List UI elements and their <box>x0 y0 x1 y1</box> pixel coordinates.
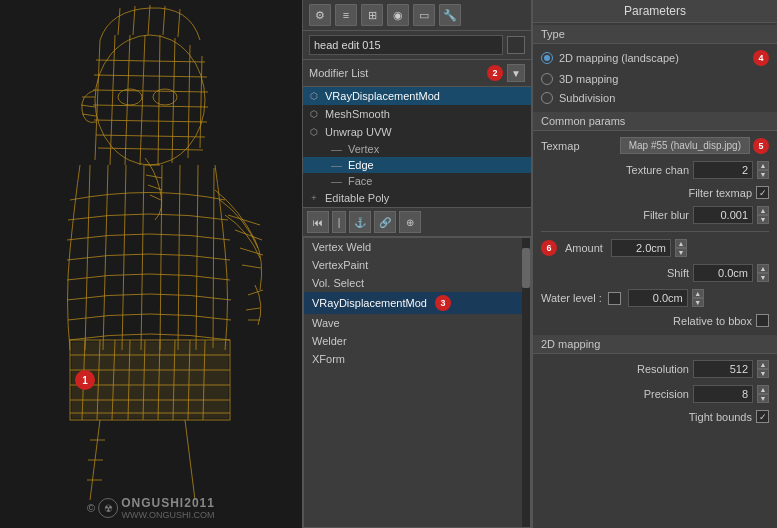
amount-down[interactable]: ▼ <box>675 248 687 257</box>
modifier-unwrap[interactable]: ⬡ Unwrap UVW <box>303 123 531 141</box>
radio-subdiv-dot[interactable] <box>541 92 553 104</box>
amount-up[interactable]: ▲ <box>675 239 687 248</box>
tb-btn-bar[interactable]: | <box>332 211 346 233</box>
modifier-dropdown-list[interactable]: Vertex Weld VertexPaint Vol. Select VRay… <box>303 237 531 528</box>
resolution-input[interactable] <box>693 360 753 378</box>
scrollbar-track <box>522 238 530 527</box>
title-input[interactable] <box>309 35 503 55</box>
drop-vertex-weld[interactable]: Vertex Weld <box>304 238 530 256</box>
texture-chan-up[interactable]: ▲ <box>757 161 769 170</box>
amount-input[interactable] <box>611 239 671 257</box>
texmap-btn-label: Map #55 (havlu_disp.jpg) <box>629 140 741 151</box>
radio-3d-dot[interactable] <box>541 73 553 85</box>
tb-btn-first[interactable]: ⏮ <box>307 211 329 233</box>
water-level-down[interactable]: ▼ <box>692 298 704 307</box>
tight-bounds-checkbox[interactable] <box>756 410 769 423</box>
brand-name: ONGUSHI2011 <box>121 496 215 510</box>
water-level-input[interactable] <box>628 289 688 307</box>
radio-3d-mapping[interactable]: 3D mapping <box>541 71 769 87</box>
amount-label: Amount <box>565 242 603 254</box>
svg-rect-0 <box>0 0 302 528</box>
water-level-up[interactable]: ▲ <box>692 289 704 298</box>
modifier-vray[interactable]: ⬡ VRayDisplacementMod <box>303 87 531 105</box>
tight-bounds-row: Tight bounds <box>541 408 769 425</box>
common-params-body: Texmap Map #55 (havlu_disp.jpg) 5 Textur… <box>533 131 777 333</box>
modifier-edge[interactable]: — Edge <box>303 157 531 173</box>
relative-bbox-row: Relative to bbox <box>541 312 769 329</box>
shift-down[interactable]: ▼ <box>757 273 769 282</box>
water-level-checkbox[interactable] <box>608 292 621 305</box>
modifier-dropdown-btn[interactable]: ▼ <box>507 64 525 82</box>
toolbar-btn-tool[interactable]: 🔧 <box>439 4 461 26</box>
texmap-row: Texmap Map #55 (havlu_disp.jpg) 5 <box>541 135 769 156</box>
meshsmooth-icon: ⬡ <box>307 107 321 121</box>
toolbar-btn-circle[interactable]: ◉ <box>387 4 409 26</box>
amount-spinner: ▲ ▼ <box>675 239 687 257</box>
modifier-editable-poly[interactable]: + Editable Poly <box>303 189 531 207</box>
texture-chan-input[interactable] <box>693 161 753 179</box>
toolbar-btn-settings[interactable]: ⚙ <box>309 4 331 26</box>
resolution-down[interactable]: ▼ <box>757 369 769 378</box>
vertex-dash: — <box>331 143 342 155</box>
drop-welder[interactable]: Welder <box>304 332 530 350</box>
radio-2d-mapping[interactable]: 2D mapping (landscape) 4 <box>541 48 769 68</box>
svg-rect-58 <box>72 342 228 418</box>
tb-btn-add[interactable]: ⊕ <box>399 211 421 233</box>
modifier-meshsmooth[interactable]: ⬡ MeshSmooth <box>303 105 531 123</box>
modifier-vertex-label: Vertex <box>348 143 379 155</box>
toolbar-btn-rect[interactable]: ▭ <box>413 4 435 26</box>
unwrap-icon: ⬡ <box>307 125 321 139</box>
modifier-edge-label: Edge <box>348 159 374 171</box>
tb-btn-link[interactable]: 🔗 <box>374 211 396 233</box>
badge-5: 5 <box>753 138 769 154</box>
toolbar-btn-menu[interactable]: ≡ <box>335 4 357 26</box>
modifier-vertex[interactable]: — Vertex <box>303 141 531 157</box>
filter-blur-input[interactable] <box>693 206 753 224</box>
modifier-editable-poly-label: Editable Poly <box>325 192 389 204</box>
shift-row: Shift ▲ ▼ <box>541 262 769 284</box>
toolbar-btn-grid[interactable]: ⊞ <box>361 4 383 26</box>
shift-up[interactable]: ▲ <box>757 264 769 273</box>
viewport-content: 1 © ☢ ONGUSHI2011 WWW.ONGUSHI.COM <box>0 0 302 528</box>
texture-chan-down[interactable]: ▼ <box>757 170 769 179</box>
radio-subdiv-label: Subdivision <box>559 92 769 104</box>
relative-bbox-checkbox[interactable] <box>756 314 769 327</box>
filter-texmap-label: Filter texmap <box>688 187 752 199</box>
relative-bbox-label: Relative to bbox <box>673 315 752 327</box>
radio-2d-dot[interactable] <box>541 52 553 64</box>
radio-subdivision[interactable]: Subdivision <box>541 90 769 106</box>
top-toolbar: ⚙ ≡ ⊞ ◉ ▭ 🔧 <box>303 0 531 31</box>
filter-texmap-row: Filter texmap <box>541 184 769 201</box>
modifier-list-header: Modifier List 2 ▼ <box>303 60 531 87</box>
drop-vol-select[interactable]: Vol. Select <box>304 274 530 292</box>
middle-panel: ⚙ ≡ ⊞ ◉ ▭ 🔧 Modifier List 2 ▼ ⬡ VRayDisp… <box>302 0 532 528</box>
divider-1 <box>541 231 769 232</box>
drop-wave[interactable]: Wave <box>304 314 530 332</box>
texmap-label: Texmap <box>541 140 580 152</box>
modifier-face[interactable]: — Face <box>303 173 531 189</box>
scrollbar-thumb[interactable] <box>522 248 530 288</box>
editable-poly-icon: + <box>307 191 321 205</box>
badge-6: 6 <box>541 240 557 256</box>
filter-blur-down[interactable]: ▼ <box>757 215 769 224</box>
color-swatch[interactable] <box>507 36 525 54</box>
modifier-face-label: Face <box>348 175 372 187</box>
drop-vray-displacement[interactable]: VRayDisplacementMod 3 <box>304 292 530 314</box>
filter-blur-up[interactable]: ▲ <box>757 206 769 215</box>
texmap-button[interactable]: Map #55 (havlu_disp.jpg) <box>620 137 750 154</box>
precision-row: Precision ▲ ▼ <box>541 383 769 405</box>
shift-spinner: ▲ ▼ <box>757 264 769 282</box>
tight-bounds-label: Tight bounds <box>689 411 752 423</box>
precision-up[interactable]: ▲ <box>757 385 769 394</box>
tb-btn-anchor[interactable]: ⚓ <box>349 211 371 233</box>
precision-down[interactable]: ▼ <box>757 394 769 403</box>
resolution-up[interactable]: ▲ <box>757 360 769 369</box>
amount-row: 6 Amount ▲ ▼ <box>541 237 769 259</box>
drop-xform[interactable]: XForm <box>304 350 530 368</box>
precision-input[interactable] <box>693 385 753 403</box>
filter-blur-spinner: ▲ ▼ <box>757 206 769 224</box>
drop-vertex-paint[interactable]: VertexPaint <box>304 256 530 274</box>
shift-input[interactable] <box>693 264 753 282</box>
filter-texmap-checkbox[interactable] <box>756 186 769 199</box>
brand-url: WWW.ONGUSHI.COM <box>121 510 215 520</box>
